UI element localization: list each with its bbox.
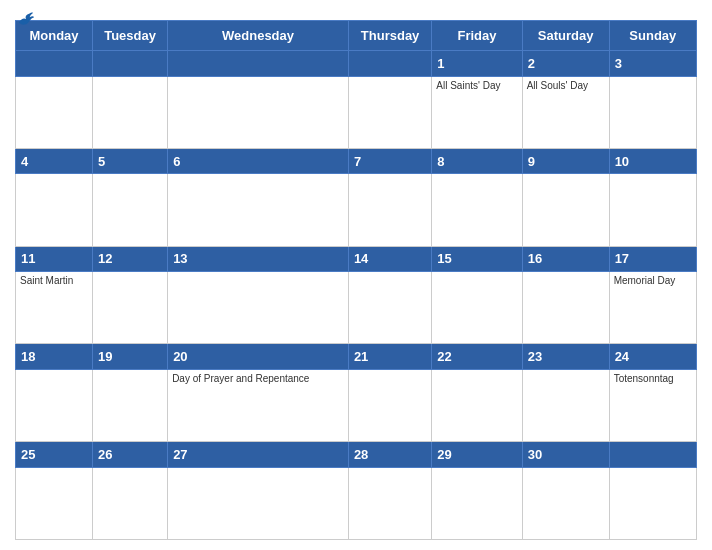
logo-blue-text <box>15 10 35 28</box>
week-1-number-row: 123 <box>16 51 697 77</box>
event-cell <box>432 369 522 441</box>
day-number-cell: 20 <box>168 344 349 370</box>
day-number-cell: 24 <box>609 344 696 370</box>
event-cell <box>432 174 522 246</box>
day-number-cell: 27 <box>168 442 349 468</box>
event-cell: All Saints' Day <box>432 76 522 148</box>
page: MondayTuesdayWednesdayThursdayFridaySatu… <box>0 0 712 550</box>
week-2-event-row <box>16 174 697 246</box>
calendar-table: MondayTuesdayWednesdayThursdayFridaySatu… <box>15 20 697 540</box>
event-cell <box>93 76 168 148</box>
day-number-cell: 28 <box>348 442 431 468</box>
day-number-cell <box>16 51 93 77</box>
day-number-cell: 13 <box>168 246 349 272</box>
weekday-header-wednesday: Wednesday <box>168 21 349 51</box>
event-cell <box>168 272 349 344</box>
weekday-header-row: MondayTuesdayWednesdayThursdayFridaySatu… <box>16 21 697 51</box>
event-cell: All Souls' Day <box>522 76 609 148</box>
day-number-cell: 23 <box>522 344 609 370</box>
day-number-cell: 5 <box>93 148 168 174</box>
event-cell <box>93 467 168 539</box>
event-cell: Day of Prayer and Repentance <box>168 369 349 441</box>
week-2-number-row: 45678910 <box>16 148 697 174</box>
day-number-cell: 10 <box>609 148 696 174</box>
event-cell <box>522 467 609 539</box>
day-number-cell: 18 <box>16 344 93 370</box>
week-3-event-row: Saint MartinMemorial Day <box>16 272 697 344</box>
day-number-cell: 21 <box>348 344 431 370</box>
day-number-cell: 30 <box>522 442 609 468</box>
event-cell <box>93 174 168 246</box>
week-5-number-row: 252627282930 <box>16 442 697 468</box>
event-cell <box>348 76 431 148</box>
weekday-header-sunday: Sunday <box>609 21 696 51</box>
day-number-cell: 17 <box>609 246 696 272</box>
event-cell <box>16 467 93 539</box>
event-cell <box>93 369 168 441</box>
day-number-cell: 9 <box>522 148 609 174</box>
week-4-number-row: 18192021222324 <box>16 344 697 370</box>
event-cell: Totensonntag <box>609 369 696 441</box>
event-cell <box>93 272 168 344</box>
event-cell <box>16 369 93 441</box>
week-4-event-row: Day of Prayer and RepentanceTotensonntag <box>16 369 697 441</box>
day-number-cell: 14 <box>348 246 431 272</box>
event-cell <box>609 467 696 539</box>
day-number-cell: 11 <box>16 246 93 272</box>
day-number-cell <box>168 51 349 77</box>
event-cell <box>348 467 431 539</box>
event-cell <box>16 174 93 246</box>
day-number-cell: 15 <box>432 246 522 272</box>
week-3-number-row: 11121314151617 <box>16 246 697 272</box>
weekday-header-thursday: Thursday <box>348 21 431 51</box>
logo-bird-icon <box>17 10 35 28</box>
day-number-cell: 1 <box>432 51 522 77</box>
event-cell <box>348 369 431 441</box>
event-cell <box>522 369 609 441</box>
event-cell: Saint Martin <box>16 272 93 344</box>
day-number-cell <box>609 442 696 468</box>
event-cell <box>16 76 93 148</box>
event-cell <box>432 467 522 539</box>
event-cell <box>522 174 609 246</box>
header <box>15 10 697 14</box>
day-number-cell: 7 <box>348 148 431 174</box>
weekday-header-friday: Friday <box>432 21 522 51</box>
day-number-cell: 26 <box>93 442 168 468</box>
day-number-cell: 6 <box>168 148 349 174</box>
event-cell <box>168 467 349 539</box>
day-number-cell: 8 <box>432 148 522 174</box>
day-number-cell: 16 <box>522 246 609 272</box>
event-cell <box>432 272 522 344</box>
day-number-cell: 2 <box>522 51 609 77</box>
day-number-cell <box>93 51 168 77</box>
week-1-event-row: All Saints' DayAll Souls' Day <box>16 76 697 148</box>
event-cell <box>348 174 431 246</box>
day-number-cell <box>348 51 431 77</box>
event-cell: Memorial Day <box>609 272 696 344</box>
day-number-cell: 25 <box>16 442 93 468</box>
day-number-cell: 4 <box>16 148 93 174</box>
weekday-header-saturday: Saturday <box>522 21 609 51</box>
event-cell <box>522 272 609 344</box>
day-number-cell: 12 <box>93 246 168 272</box>
day-number-cell: 3 <box>609 51 696 77</box>
event-cell <box>168 174 349 246</box>
weekday-header-tuesday: Tuesday <box>93 21 168 51</box>
event-cell <box>609 174 696 246</box>
day-number-cell: 19 <box>93 344 168 370</box>
event-cell <box>168 76 349 148</box>
day-number-cell: 29 <box>432 442 522 468</box>
logo <box>15 10 35 28</box>
event-cell <box>609 76 696 148</box>
event-cell <box>348 272 431 344</box>
day-number-cell: 22 <box>432 344 522 370</box>
week-5-event-row <box>16 467 697 539</box>
